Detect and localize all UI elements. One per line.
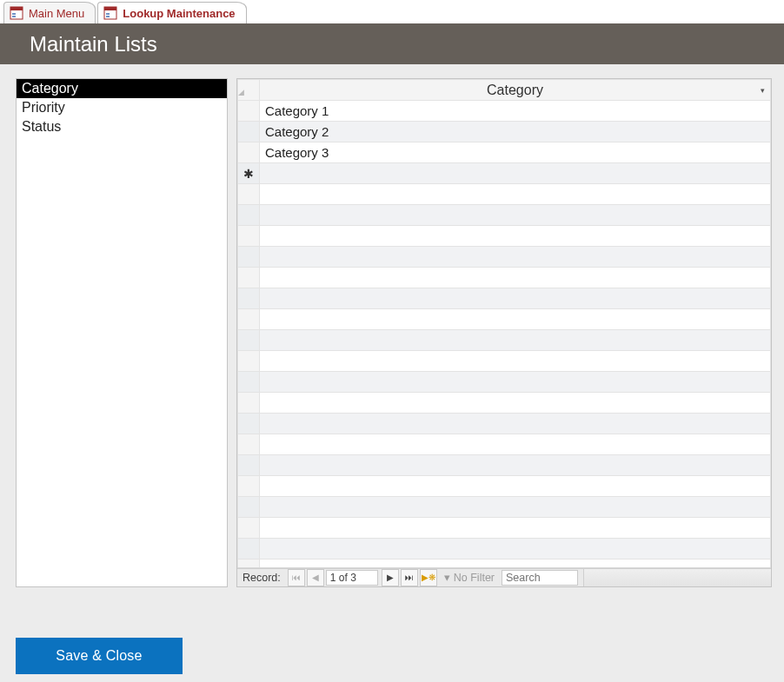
document-tab-bar: Main Menu Lookup Maintenance: [0, 0, 784, 23]
cell-value: [260, 518, 771, 539]
cell-value: [260, 247, 771, 268]
lookup-type-listbox[interactable]: Category Priority Status: [16, 78, 228, 587]
row-selector: [238, 455, 260, 476]
table-row: [238, 330, 771, 351]
tab-label: Main Menu: [29, 7, 84, 20]
row-selector: [238, 560, 260, 568]
table-row: [238, 288, 771, 309]
column-header-label: Category: [487, 83, 543, 97]
row-selector[interactable]: [238, 101, 260, 122]
row-selector: [238, 268, 260, 288]
cell-value: [260, 309, 771, 330]
row-selector: [238, 309, 260, 330]
cell-value[interactable]: [260, 163, 771, 184]
table-row: [238, 184, 771, 205]
column-dropdown-icon[interactable]: ▾: [761, 86, 765, 95]
row-selector: [238, 518, 260, 539]
nav-last-button[interactable]: ⏭: [401, 569, 418, 586]
table-row: [238, 539, 771, 560]
form-header: Maintain Lists: [0, 23, 784, 64]
no-filter-label: No Filter: [454, 572, 495, 584]
table-row: [238, 560, 771, 568]
cell-value: [260, 539, 771, 560]
row-selector: [238, 184, 260, 205]
row-selector: [238, 539, 260, 560]
svg-rect-1: [10, 7, 23, 10]
cell-value: [260, 226, 771, 247]
form-icon: [10, 6, 23, 20]
table-row: [238, 455, 771, 476]
table-row: [238, 247, 771, 268]
tab-main-menu[interactable]: Main Menu: [3, 2, 96, 23]
table-row: [238, 268, 771, 288]
table-row: [238, 372, 771, 393]
nav-prev-button[interactable]: ◀: [307, 569, 324, 586]
cell-value: [260, 205, 771, 226]
svg-rect-5: [104, 7, 116, 10]
cell-value: [260, 268, 771, 288]
row-selector: [238, 414, 260, 434]
svg-rect-3: [12, 16, 16, 17]
tab-lookup-maintenance[interactable]: Lookup Maintenance: [97, 2, 246, 23]
row-selector: [238, 226, 260, 247]
content-area: Category Priority Status ◢ Category ▾: [0, 64, 784, 599]
cell-value[interactable]: Category 3: [260, 142, 771, 163]
table-row: [238, 497, 771, 518]
select-all-corner[interactable]: ◢: [238, 80, 260, 101]
cell-value: [260, 351, 771, 372]
row-selector: [238, 476, 260, 497]
row-selector: [238, 351, 260, 372]
cell-value: [260, 455, 771, 476]
no-filter-indicator[interactable]: ▾ No Filter: [444, 571, 495, 584]
table-row: [238, 434, 771, 455]
record-search-input[interactable]: [502, 570, 578, 586]
cell-value: [260, 476, 771, 497]
scrollbar-horizontal[interactable]: [583, 569, 771, 586]
record-label: Record:: [237, 572, 286, 584]
table-row: [238, 226, 771, 247]
table-row: [238, 309, 771, 330]
table-row: [238, 393, 771, 414]
table-row: [238, 414, 771, 434]
table-row: [238, 205, 771, 226]
list-item[interactable]: Priority: [17, 98, 227, 117]
nav-next-button[interactable]: ▶: [382, 569, 399, 586]
save-and-close-button[interactable]: Save & Close: [16, 638, 183, 674]
row-selector: [238, 372, 260, 393]
row-selector: [238, 247, 260, 268]
table-row: [238, 351, 771, 372]
tab-label: Lookup Maintenance: [123, 7, 235, 20]
cell-value[interactable]: Category 2: [260, 122, 771, 142]
cell-value: [260, 288, 771, 309]
row-selector[interactable]: [238, 122, 260, 142]
nav-first-button[interactable]: ⏮: [288, 569, 305, 586]
datasheet-subform: ◢ Category ▾ Category 1Category 2Categor…: [236, 78, 772, 587]
table-row[interactable]: Category 1: [238, 101, 771, 122]
table-row: [238, 476, 771, 497]
row-selector: [238, 288, 260, 309]
nav-new-record-button[interactable]: ▶❋: [420, 569, 437, 586]
cell-value: [260, 393, 771, 414]
cell-value: [260, 372, 771, 393]
row-selector: [238, 434, 260, 455]
datasheet-grid[interactable]: ◢ Category ▾ Category 1Category 2Categor…: [237, 79, 771, 568]
cell-value: [260, 414, 771, 434]
row-selector[interactable]: [238, 142, 260, 163]
cell-value[interactable]: Category 1: [260, 101, 771, 122]
column-header-category[interactable]: Category ▾: [260, 80, 771, 101]
svg-rect-6: [106, 13, 110, 15]
filter-icon: ▾: [444, 571, 450, 584]
svg-rect-2: [12, 13, 16, 15]
row-selector: [238, 393, 260, 414]
new-record-row[interactable]: ✱: [238, 163, 771, 184]
page-title: Maintain Lists: [30, 32, 157, 56]
list-item[interactable]: Category: [17, 79, 227, 98]
cell-value: [260, 184, 771, 205]
list-item[interactable]: Status: [17, 117, 227, 136]
table-row[interactable]: Category 2: [238, 122, 771, 142]
table-row[interactable]: Category 3: [238, 142, 771, 163]
record-navigation-bar: Record: ⏮ ◀ 1 of 3 ▶ ⏭ ▶❋ ▾ No Filter: [237, 568, 771, 586]
form-icon: [103, 6, 117, 20]
record-position-box[interactable]: 1 of 3: [326, 570, 378, 586]
cell-value: [260, 434, 771, 455]
